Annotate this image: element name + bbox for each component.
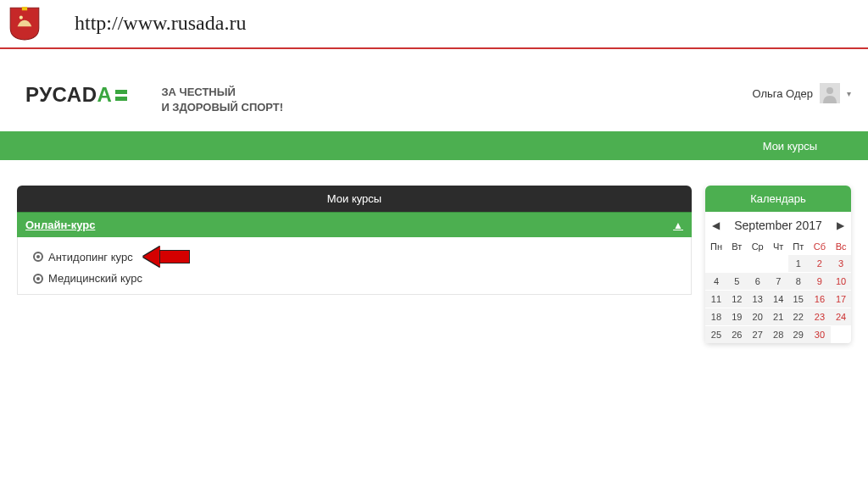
bullet-icon [33, 252, 43, 262]
calendar-day[interactable]: 21 [769, 308, 788, 326]
svg-point-2 [826, 87, 833, 94]
calendar-day [705, 255, 727, 273]
calendar-day[interactable]: 29 [788, 326, 809, 344]
section-header-label: Онлайн-курс [25, 219, 95, 231]
cal-prev-icon[interactable]: ◀ [712, 219, 720, 231]
calendar-day[interactable]: 6 [747, 273, 769, 291]
site-logo[interactable]: РУСАDA [25, 83, 127, 107]
calendar-grid: Пн Вт Ср Чт Пт Сб Вс 1234567891011121314… [705, 239, 851, 343]
calendar-day[interactable]: 16 [809, 291, 831, 308]
calendar-day[interactable]: 15 [788, 291, 809, 308]
calendar-day[interactable]: 17 [831, 291, 851, 308]
calendar-week-row: 252627282930 [705, 326, 851, 344]
calendar-day[interactable]: 25 [705, 326, 727, 344]
calendar-day[interactable]: 24 [831, 308, 851, 326]
course-list: Антидопинг курс Медицинский курс [17, 237, 692, 295]
cal-next-icon[interactable]: ▶ [837, 219, 844, 231]
calendar-week-row: 18192021222324 [705, 308, 851, 326]
slogan: ЗА ЧЕСТНЫЙ И ЗДОРОВЫЙ СПОРТ! [161, 83, 283, 114]
calendar-day[interactable]: 14 [769, 291, 788, 308]
bullet-icon [33, 274, 43, 284]
calendar-day[interactable]: 2 [809, 255, 831, 273]
wd-wed: Ср [747, 239, 769, 255]
user-name: Ольга Одер [753, 87, 814, 100]
caret-down-icon: ▾ [847, 89, 851, 98]
svg-rect-1 [22, 7, 27, 10]
logo-text-accent: A [97, 83, 113, 107]
regional-crest-icon [7, 5, 42, 41]
calendar-day[interactable]: 20 [747, 308, 769, 326]
slogan-line1: ЗА ЧЕСТНЫЙ [161, 85, 283, 100]
calendar-weekday-row: Пн Вт Ср Чт Пт Сб Вс [705, 239, 851, 255]
user-menu[interactable]: Ольга Одер ▾ [753, 83, 852, 103]
calendar-day[interactable]: 28 [769, 326, 788, 344]
page-url: http://www.rusada.ru [75, 12, 246, 35]
content-area: Мои курсы Онлайн-курс ▲ Антидопинг курс … [0, 160, 868, 343]
calendar-day[interactable]: 8 [788, 273, 809, 291]
calendar-day [727, 255, 747, 273]
svg-point-0 [19, 16, 23, 19]
courses-panel-title: Мои курсы [17, 186, 692, 212]
calendar-day[interactable]: 27 [747, 326, 769, 344]
calendar-day[interactable]: 10 [831, 273, 851, 291]
wd-tue: Вт [727, 239, 747, 255]
calendar-day[interactable]: 7 [769, 273, 788, 291]
red-arrow-icon [143, 247, 190, 267]
calendar-day[interactable]: 5 [727, 273, 747, 291]
nav-my-courses[interactable]: Мои курсы [763, 140, 817, 152]
calendar-day[interactable]: 18 [705, 308, 727, 326]
calendar-day[interactable]: 26 [727, 326, 747, 344]
logo-stripes-icon [115, 90, 127, 101]
calendar-day[interactable]: 9 [809, 273, 831, 291]
calendar-day [747, 255, 769, 273]
calendar-day[interactable]: 30 [809, 326, 831, 344]
calendar-day [769, 255, 788, 273]
navbar: Мои курсы [0, 131, 868, 160]
calendar-day[interactable]: 11 [705, 291, 727, 308]
calendar-week-row: 123 [705, 255, 851, 273]
wd-mon: Пн [705, 239, 727, 255]
wd-sun: Вс [831, 239, 851, 255]
calendar-title: Календарь [705, 186, 851, 212]
courses-panel: Мои курсы Онлайн-курс ▲ Антидопинг курс … [17, 186, 692, 343]
brand-row: РУСАDA ЗА ЧЕСТНЫЙ И ЗДОРОВЫЙ СПОРТ! Ольг… [0, 49, 868, 123]
calendar-day[interactable]: 12 [727, 291, 747, 308]
calendar-panel: Календарь ◀ September 2017 ▶ Пн Вт Ср Чт… [705, 186, 851, 343]
calendar-day[interactable]: 23 [809, 308, 831, 326]
top-ribbon: http://www.rusada.ru [0, 0, 868, 49]
calendar-month-row: ◀ September 2017 ▶ [705, 212, 851, 239]
calendar-day [831, 326, 851, 344]
calendar-day[interactable]: 3 [831, 255, 851, 273]
section-online-course[interactable]: Онлайн-курс ▲ [17, 212, 692, 237]
calendar-day[interactable]: 19 [727, 308, 747, 326]
calendar-day[interactable]: 22 [788, 308, 809, 326]
logo-text-main: РУСАD [25, 83, 97, 107]
calendar-day[interactable]: 1 [788, 255, 809, 273]
wd-fri: Пт [788, 239, 809, 255]
calendar-day[interactable]: 13 [747, 291, 769, 308]
calendar-day[interactable]: 4 [705, 273, 727, 291]
calendar-week-row: 11121314151617 [705, 291, 851, 308]
course-label: Антидопинг курс [48, 251, 133, 263]
calendar-week-row: 45678910 [705, 273, 851, 291]
collapse-up-icon: ▲ [673, 219, 683, 231]
course-item-antidoping[interactable]: Антидопинг курс [18, 244, 691, 269]
slogan-line2: И ЗДОРОВЫЙ СПОРТ! [161, 100, 283, 115]
avatar-icon [820, 83, 840, 103]
wd-thu: Чт [769, 239, 788, 255]
course-label: Медицинский курс [48, 272, 142, 285]
wd-sat: Сб [809, 239, 831, 255]
course-item-medical[interactable]: Медицинский курс [18, 269, 691, 287]
calendar-month-label: September 2017 [734, 219, 822, 232]
